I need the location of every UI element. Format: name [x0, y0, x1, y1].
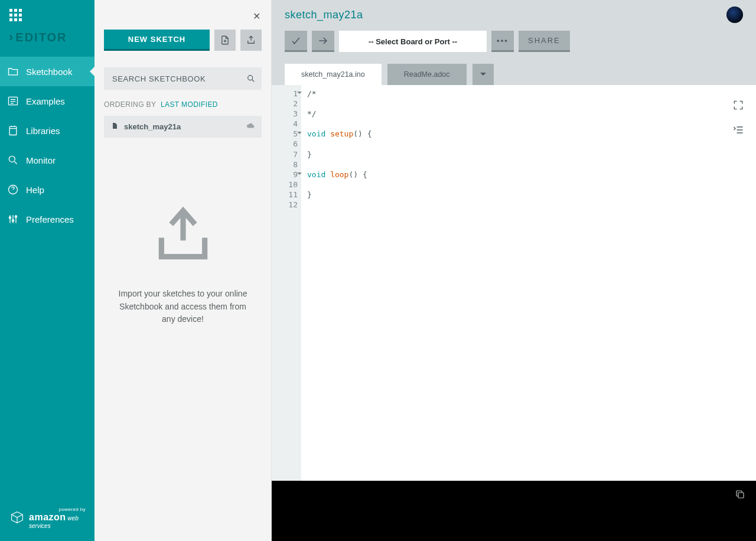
- svg-rect-1: [9, 126, 17, 135]
- left-sidebar: › EDITOR Sketchbook Examples Libraries M…: [0, 0, 94, 541]
- aws-cube-icon: [9, 509, 25, 527]
- import-text: Import your sketches to your online Sket…: [112, 288, 253, 326]
- share-button[interactable]: SHARE: [519, 31, 570, 52]
- outline-icon[interactable]: [732, 124, 744, 138]
- svg-rect-8: [738, 493, 744, 498]
- ordering-label: ORDERING BY: [104, 100, 156, 109]
- nav-sketchbook[interactable]: Sketchbook: [0, 57, 94, 86]
- editor-brand: › EDITOR: [0, 30, 94, 57]
- nav-label: Examples: [26, 96, 65, 106]
- avatar[interactable]: [726, 6, 743, 23]
- sketch-item-label: sketch_may21a: [124, 122, 181, 131]
- nav-label: Preferences: [26, 214, 74, 224]
- page-title: sketch_may21a: [285, 9, 363, 21]
- svg-point-2: [9, 156, 15, 162]
- nav-label: Help: [26, 185, 44, 195]
- folder-icon: [7, 66, 19, 77]
- chevron-right-icon: ›: [9, 30, 13, 45]
- board-select[interactable]: -- Select Board or Port --: [339, 31, 487, 52]
- apps-icon[interactable]: [9, 9, 22, 21]
- cloud-icon: [246, 122, 255, 132]
- console: [272, 481, 756, 541]
- svg-point-7: [248, 76, 253, 80]
- fullscreen-icon[interactable]: [732, 99, 744, 113]
- verify-button[interactable]: [285, 31, 307, 52]
- code-content[interactable]: /* */ void setup() { } void loop() { }: [301, 85, 756, 481]
- more-button[interactable]: •••: [491, 31, 514, 52]
- powered-by: powered by amazon web services: [0, 500, 94, 541]
- sliders-icon: [7, 213, 19, 225]
- file-icon: [111, 122, 118, 132]
- code-editor[interactable]: 123456789101112 /* */ void setup() { } v…: [272, 85, 756, 481]
- library-icon: [7, 125, 19, 136]
- new-sketch-button[interactable]: NEW SKETCH: [104, 30, 210, 51]
- nav-label: Sketchbook: [26, 67, 72, 77]
- nav-label: Monitor: [26, 155, 56, 165]
- tab-readme[interactable]: ReadMe.adoc: [387, 64, 467, 85]
- upload-icon: [151, 203, 216, 268]
- nav-help[interactable]: Help: [0, 175, 94, 204]
- search-icon: [246, 74, 256, 86]
- list-icon: [7, 95, 19, 107]
- upload-button[interactable]: [312, 31, 334, 52]
- ordering-row: ORDERING BY LAST MODIFIED: [94, 90, 271, 116]
- copy-icon[interactable]: [735, 489, 745, 502]
- import-block: Import your sketches to your online Sket…: [94, 203, 271, 326]
- nav-monitor[interactable]: Monitor: [0, 145, 94, 175]
- ordering-value[interactable]: LAST MODIFIED: [161, 100, 218, 109]
- nav-label: Libraries: [26, 126, 60, 136]
- export-button[interactable]: [240, 30, 262, 51]
- search-input[interactable]: [104, 67, 262, 90]
- nav-examples[interactable]: Examples: [0, 86, 94, 116]
- tab-more-button[interactable]: [472, 64, 494, 85]
- sketch-list-item[interactable]: sketch_may21a: [104, 116, 262, 138]
- tab-sketch[interactable]: sketch_may21a.ino: [285, 64, 382, 85]
- sketchbook-panel: ✕ NEW SKETCH ORDERING BY LAST MODIFIED s…: [94, 0, 272, 541]
- powered-by-small: powered by: [29, 507, 86, 512]
- powered-by-brand: amazon: [29, 512, 66, 522]
- import-file-button[interactable]: [214, 30, 236, 51]
- close-icon[interactable]: ✕: [253, 11, 260, 22]
- line-gutter: 123456789101112: [272, 85, 301, 481]
- nav-libraries[interactable]: Libraries: [0, 116, 94, 145]
- nav-preferences[interactable]: Preferences: [0, 204, 94, 234]
- help-icon: [7, 184, 19, 195]
- main-area: sketch_may21a -- Select Board or Port --…: [272, 0, 756, 541]
- editor-title-label: EDITOR: [15, 31, 67, 44]
- monitor-icon: [7, 154, 19, 166]
